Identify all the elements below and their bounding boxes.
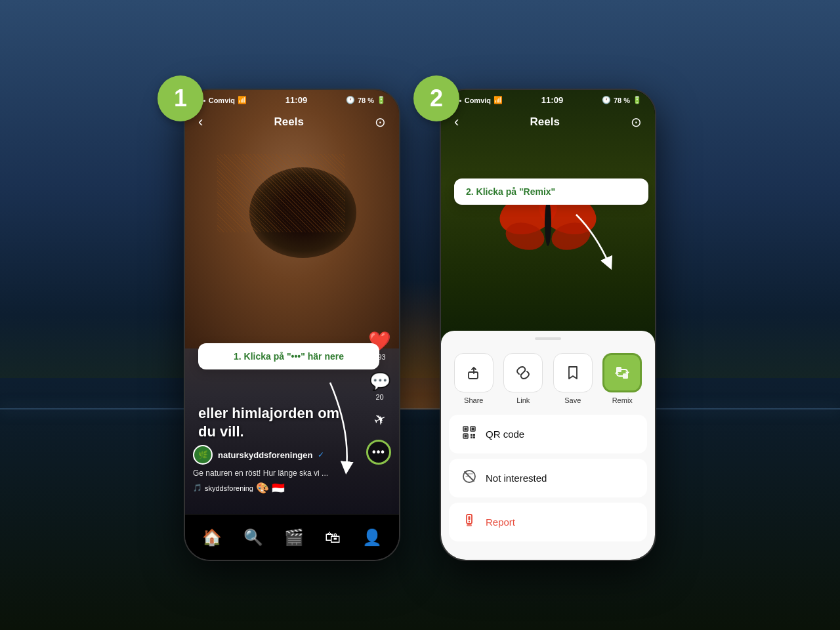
home-nav-item[interactable]: 🏠 bbox=[202, 528, 222, 547]
svg-rect-18 bbox=[473, 434, 475, 436]
remix-button[interactable]: Remix bbox=[600, 353, 645, 404]
not-interested-menu-item[interactable]: Not interested bbox=[449, 459, 647, 497]
link-button[interactable]: Link bbox=[501, 353, 546, 404]
svg-rect-12 bbox=[465, 428, 467, 430]
wifi-icon-1: 📶 bbox=[238, 96, 247, 104]
link-icon bbox=[516, 366, 530, 380]
qr-code-icon bbox=[462, 425, 476, 440]
nav-title-1: Reels bbox=[274, 116, 303, 129]
status-bar-2: ▪▪▪ Comviq 📶 11:09 🕐 78 % 🔋 bbox=[441, 90, 655, 108]
shop-nav-item[interactable]: 🛍 bbox=[325, 528, 341, 547]
svg-rect-16 bbox=[465, 435, 467, 438]
qr-code-label: QR code bbox=[486, 429, 524, 440]
step2-badge: 2 bbox=[413, 75, 459, 121]
svg-rect-24 bbox=[469, 516, 471, 520]
user-avatar[interactable]: 🌿 bbox=[193, 445, 213, 465]
user-info: 🌿 naturskyddsforeningen ✓ Ge naturen en … bbox=[193, 445, 353, 494]
comment-icon: 💬 bbox=[369, 371, 390, 392]
not-interested-label: Not interested bbox=[486, 472, 547, 484]
svg-point-4 bbox=[545, 200, 551, 246]
share-icon bbox=[467, 366, 481, 380]
report-label: Report bbox=[486, 516, 515, 528]
remix-icon-box bbox=[602, 353, 642, 392]
send-icon: ✈ bbox=[371, 410, 388, 430]
time-1: 11:09 bbox=[285, 95, 307, 105]
svg-rect-26 bbox=[467, 524, 472, 526]
phones-container: 1 ▪▪▪ Comviq 📶 11:09 🕐 78 % 🔋 bbox=[184, 69, 656, 561]
phone1: ▪▪▪ Comviq 📶 11:09 🕐 78 % 🔋 ‹ Reels ⊙ bbox=[184, 89, 400, 561]
svg-line-8 bbox=[521, 371, 525, 375]
svg-rect-10 bbox=[623, 373, 628, 379]
profile-nav-item[interactable]: 👤 bbox=[362, 528, 382, 547]
report-menu-item[interactable]: Report bbox=[449, 503, 647, 541]
comment-count: 20 bbox=[375, 393, 383, 401]
report-icon bbox=[462, 513, 476, 531]
svg-rect-9 bbox=[616, 367, 621, 372]
nav-bar-1: ‹ Reels ⊙ bbox=[185, 108, 399, 136]
back-button-2[interactable]: ‹ bbox=[454, 114, 459, 131]
music-note-icon: 🎵 bbox=[193, 484, 202, 492]
status-left-2: ▪▪▪ Comviq 📶 bbox=[454, 96, 503, 104]
time-2: 11:09 bbox=[541, 95, 563, 105]
link-icon-box bbox=[503, 353, 543, 392]
camera-button-1[interactable]: ⊙ bbox=[375, 114, 386, 130]
not-interested-icon-svg bbox=[462, 469, 476, 484]
svg-rect-7 bbox=[469, 372, 478, 379]
save-label: Save bbox=[564, 396, 581, 404]
remix-icon bbox=[615, 366, 629, 380]
comment-icon-item[interactable]: 💬 20 bbox=[369, 371, 390, 401]
svg-rect-19 bbox=[471, 436, 472, 438]
link-label: Link bbox=[516, 396, 530, 404]
alarm-icon-1: 🕐 bbox=[346, 96, 355, 104]
qr-icon bbox=[462, 425, 476, 443]
remix-label: Remix bbox=[612, 396, 633, 404]
status-right-2: 🕐 78 % 🔋 bbox=[602, 96, 642, 104]
share-row: Share Link bbox=[441, 348, 655, 415]
save-button[interactable]: Save bbox=[551, 353, 595, 404]
caption: Ge naturen en röst! Hur länge ska vi ... bbox=[193, 469, 353, 478]
share-icon-item[interactable]: ✈ bbox=[374, 411, 386, 429]
battery-2: 78 % bbox=[614, 96, 630, 104]
sheet-handle bbox=[535, 337, 561, 340]
status-left-1: ▪▪▪ Comviq 📶 bbox=[198, 96, 247, 104]
share-icon-box bbox=[454, 353, 494, 392]
nav-title-2: Reels bbox=[530, 116, 559, 129]
video-text-overlay: eller himlajorden om du vill. bbox=[198, 404, 346, 442]
share-label: Share bbox=[464, 396, 483, 404]
report-icon-svg bbox=[462, 513, 476, 528]
not-interested-icon bbox=[462, 469, 476, 487]
alarm-icon-2: 🕐 bbox=[602, 96, 611, 104]
back-button-1[interactable]: ‹ bbox=[198, 114, 203, 131]
user-row: 🌿 naturskyddsforeningen ✓ bbox=[193, 445, 353, 465]
save-icon bbox=[566, 366, 580, 380]
carrier-1: Comviq bbox=[209, 96, 235, 104]
battery-icon-1: 🔋 bbox=[377, 96, 386, 104]
reels-nav-item[interactable]: 🎬 bbox=[284, 528, 304, 547]
search-nav-item[interactable]: 🔍 bbox=[243, 528, 263, 547]
qr-code-menu-item[interactable]: QR code bbox=[449, 415, 647, 453]
step1-badge: 1 bbox=[158, 75, 203, 121]
battery-icon-2: 🔋 bbox=[633, 96, 642, 104]
bottom-sheet: Share Link bbox=[441, 331, 655, 560]
callout2-box: 2. Klicka på "Remix" bbox=[454, 178, 648, 205]
svg-rect-20 bbox=[473, 436, 475, 438]
svg-rect-17 bbox=[471, 434, 472, 436]
nav-bar-2: ‹ Reels ⊙ bbox=[441, 108, 655, 136]
phone2: ▪▪▪ Comviq 📶 11:09 🕐 78 % 🔋 ‹ Reels ⊙ bbox=[440, 89, 656, 561]
battery-1: 78 % bbox=[358, 96, 374, 104]
save-icon-box bbox=[553, 353, 593, 392]
share-button[interactable]: Share bbox=[452, 353, 496, 404]
svg-rect-14 bbox=[472, 428, 474, 430]
callout1-box: 1. Klicka på "•••" här nere bbox=[198, 343, 379, 369]
status-bar-1: ▪▪▪ Comviq 📶 11:09 🕐 78 % 🔋 bbox=[185, 90, 399, 108]
flags: 🎨 🇮🇩 bbox=[256, 482, 285, 494]
status-right-1: 🕐 78 % 🔋 bbox=[346, 96, 386, 104]
butterfly-area bbox=[441, 129, 655, 327]
wifi-icon-2: 📶 bbox=[494, 96, 503, 104]
username[interactable]: naturskyddsforeningen bbox=[218, 450, 312, 460]
three-dots-button[interactable]: ••• bbox=[366, 440, 391, 465]
bottom-nav-1: 🏠 🔍 🎬 🛍 👤 bbox=[185, 514, 399, 560]
music-text: skyddsforening bbox=[205, 484, 253, 492]
camera-button-2[interactable]: ⊙ bbox=[631, 114, 642, 130]
carrier-2: Comviq bbox=[465, 96, 491, 104]
